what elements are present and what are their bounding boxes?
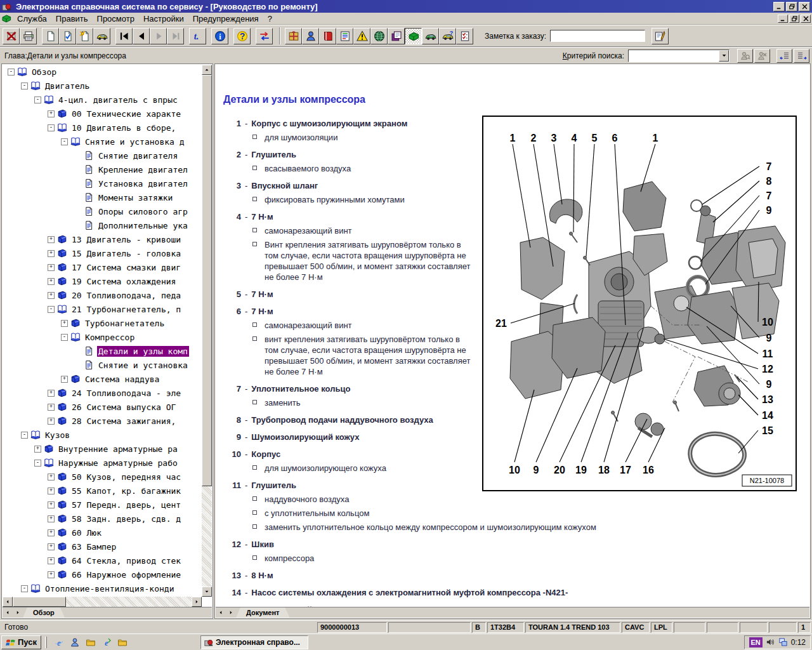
tree-item[interactable]: Снятие двигателя <box>3 149 202 162</box>
expand-icon[interactable]: + <box>48 250 55 257</box>
tree-item[interactable]: +50 Кузов, передняя час <box>3 470 202 484</box>
tree-item-label[interactable]: 57 Передн. дверь, цент <box>70 500 182 510</box>
volume-icon[interactable] <box>766 637 775 647</box>
tree-item[interactable]: Установка двигател <box>3 176 202 190</box>
tree-item[interactable]: +55 Капот, кр. багажник <box>3 484 202 498</box>
collapse-icon[interactable]: - <box>61 334 68 341</box>
warnings-button[interactable] <box>353 28 370 44</box>
expand-icon[interactable]: + <box>48 404 55 411</box>
vehicle-search-button[interactable]: ? <box>439 28 456 44</box>
tree-item[interactable]: +Турбонагнетатель <box>3 316 202 330</box>
history-button[interactable]: t. <box>189 28 206 44</box>
tree-item-label[interactable]: Снятие и установка д <box>84 136 186 147</box>
search-next-match-button[interactable] <box>754 49 770 63</box>
scroll-down-button[interactable] <box>202 587 212 597</box>
tree-item-label[interactable]: Отопление-вентиляция-конди <box>44 583 176 594</box>
tree-item[interactable]: +Система наддува <box>3 372 202 386</box>
exit-application-button[interactable] <box>3 28 20 44</box>
collapse-icon[interactable]: - <box>34 460 41 467</box>
tab-scroll-right-icon[interactable] <box>13 608 23 618</box>
menu-?[interactable]: ? <box>263 13 277 24</box>
tree-item-label[interactable]: 15 Двигатель - головка <box>70 248 182 259</box>
expand-icon[interactable]: + <box>48 418 55 425</box>
tree-item[interactable]: -4-цил. двигатель с впрыс <box>3 93 202 107</box>
tree-item-label[interactable]: Турбонагнетатель <box>84 318 166 329</box>
tree-item[interactable]: Опоры силового агр <box>3 204 202 218</box>
user-shortcut[interactable] <box>69 637 81 648</box>
tree-item[interactable]: +20 Топливоподача, педа <box>3 288 202 302</box>
tree-item-label[interactable]: 19 Система охлаждения <box>70 276 177 287</box>
tree-item-label[interactable]: Дополнительные ука <box>97 220 189 231</box>
tab-overview[interactable]: Обзор <box>23 607 65 618</box>
tree-item-label[interactable]: 00 Технические характе <box>70 109 182 119</box>
search-input[interactable] <box>629 50 719 62</box>
tree-item-label[interactable]: 50 Кузов, передняя час <box>70 472 182 482</box>
tree-item[interactable]: +57 Передн. дверь, цент <box>3 498 202 512</box>
tab-scroll-left-icon[interactable] <box>216 608 226 618</box>
tab-scroll-left-icon[interactable] <box>3 608 13 618</box>
menu-служба[interactable]: Служба <box>13 13 51 24</box>
child-restore-button[interactable] <box>789 15 799 23</box>
service-literature-button[interactable] <box>319 28 336 44</box>
tree-item[interactable]: Моменты затяжки <box>3 190 202 204</box>
documents-folder[interactable] <box>117 637 128 648</box>
protocols-button[interactable] <box>456 28 473 44</box>
expand-icon[interactable]: + <box>48 529 55 536</box>
collapse-icon[interactable]: - <box>21 432 28 439</box>
tree-item-label[interactable]: 21 Турбонагнетатель, п <box>70 304 182 315</box>
tree-item-label[interactable]: 55 Капот, кр. багажник <box>70 486 182 496</box>
online-services-button[interactable] <box>370 28 388 44</box>
tree-item[interactable]: +64 Стекла, привод стек <box>3 554 202 567</box>
tree-item[interactable]: -Отопление-вентиляция-конди <box>3 581 202 595</box>
info-button[interactable]: i <box>211 28 228 44</box>
tree-item-label[interactable]: Обзор <box>30 67 58 77</box>
child-close-button[interactable] <box>801 15 811 23</box>
go-previous-button[interactable] <box>133 28 150 44</box>
tree-item-label[interactable]: Крепление двигател <box>97 164 189 175</box>
tree-item-label[interactable]: Моменты затяжки <box>97 192 174 203</box>
go-first-button[interactable] <box>115 28 133 44</box>
expand-icon[interactable]: + <box>48 264 55 271</box>
start-button[interactable]: Пуск <box>1 635 41 649</box>
tree-item-label[interactable]: 26 Система выпуска ОГ <box>70 402 177 413</box>
folder-shortcut[interactable] <box>85 637 96 648</box>
menu-просмотр[interactable]: Просмотр <box>93 13 139 24</box>
tree-item[interactable]: +13 Двигатель - кривоши <box>3 232 202 246</box>
tree-item[interactable]: +17 Система смазки двиг <box>3 260 202 274</box>
switch-view-button[interactable] <box>256 28 273 44</box>
verify-document-button[interactable] <box>59 28 76 44</box>
child-minimize-button[interactable] <box>778 15 788 23</box>
menu-настройки[interactable]: Настройки <box>139 13 188 24</box>
scroll-right-button[interactable] <box>192 597 202 607</box>
collapse-icon[interactable]: - <box>21 83 28 90</box>
expand-icon[interactable]: + <box>48 501 55 508</box>
tree-item[interactable]: -Кузов <box>3 428 202 442</box>
scroll-up-button[interactable] <box>202 65 212 75</box>
edit-order-note-button[interactable] <box>652 28 669 44</box>
collapse-tree-button[interactable] <box>776 49 792 63</box>
tree-item[interactable]: +58 Задн. дверь, сдв. д <box>3 512 202 526</box>
tree-item-label[interactable]: Наружные арматурные рабо <box>57 458 179 468</box>
expand-icon[interactable]: + <box>48 278 55 285</box>
tree-item-label[interactable]: 28 Система зажигания, <box>70 416 177 427</box>
vehicle-data-button[interactable] <box>422 28 439 44</box>
tree-item[interactable]: +60 Люк <box>3 526 202 540</box>
taskbar-task-button[interactable]: Электронная справо... <box>200 635 308 649</box>
tree-item-label[interactable]: Снятие двигателя <box>97 150 179 161</box>
tree-item[interactable]: -10 Двигатель в сборе, <box>3 121 202 135</box>
tree-item-label[interactable]: Система наддува <box>84 374 160 385</box>
new-document-button[interactable] <box>42 28 59 44</box>
tab-document[interactable]: Документ <box>236 607 289 618</box>
tree-item[interactable]: -Снятие и установка д <box>3 135 202 149</box>
tree-item[interactable]: Дополнительные ука <box>3 218 202 232</box>
tree-item[interactable]: +15 Двигатель - головка <box>3 246 202 260</box>
print-button[interactable] <box>20 28 37 44</box>
expand-icon[interactable]: + <box>48 236 55 243</box>
restore-button[interactable] <box>786 2 797 11</box>
minimize-button[interactable] <box>773 2 785 11</box>
internet-explorer[interactable]: e <box>53 637 65 648</box>
document-menu-icon[interactable] <box>1 13 13 23</box>
tree-item[interactable]: +24 Топливоподача - эле <box>3 386 202 400</box>
expand-icon[interactable]: + <box>61 320 68 327</box>
language-indicator[interactable]: EN <box>749 637 763 647</box>
